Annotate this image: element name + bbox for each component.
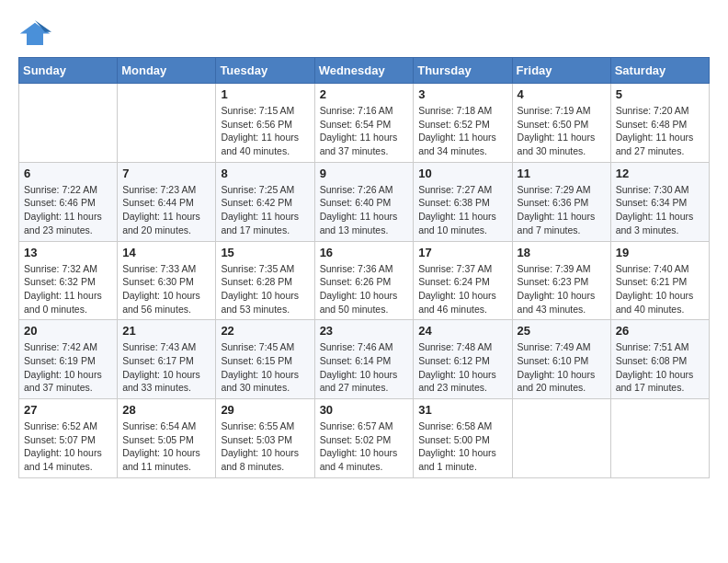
day-info: Sunrise: 7:26 AM Sunset: 6:40 PM Dayligh… [320,183,409,237]
day-info: Sunrise: 7:43 AM Sunset: 6:17 PM Dayligh… [122,340,210,395]
weekday-header-sunday: Sunday [19,58,118,84]
day-info: Sunrise: 7:19 AM Sunset: 6:50 PM Dayligh… [518,104,606,158]
calendar-cell: 22Sunrise: 7:45 AM Sunset: 6:15 PM Dayli… [216,320,314,399]
day-info: Sunrise: 7:23 AM Sunset: 6:44 PM Dayligh… [122,183,210,237]
calendar-cell: 7Sunrise: 7:23 AM Sunset: 6:44 PM Daylig… [118,162,216,241]
day-number: 8 [221,167,309,180]
day-info: Sunrise: 6:54 AM Sunset: 5:05 PM Dayligh… [122,419,210,474]
day-info: Sunrise: 7:49 AM Sunset: 6:10 PM Dayligh… [518,340,606,395]
day-number: 14 [122,246,210,259]
calendar-cell [610,399,709,478]
day-number: 6 [24,167,112,180]
day-number: 22 [221,324,309,338]
calendar-cell: 27Sunrise: 6:52 AM Sunset: 5:07 PM Dayli… [19,399,118,478]
calendar-cell: 14Sunrise: 7:33 AM Sunset: 6:30 PM Dayli… [118,241,216,320]
day-info: Sunrise: 7:15 AM Sunset: 6:56 PM Dayligh… [221,104,309,158]
day-info: Sunrise: 7:45 AM Sunset: 6:15 PM Dayligh… [221,340,309,395]
logo [18,18,57,48]
calendar-cell: 4Sunrise: 7:19 AM Sunset: 6:50 PM Daylig… [512,84,610,163]
day-number: 20 [24,324,112,338]
day-number: 31 [418,403,506,417]
calendar-cell: 5Sunrise: 7:20 AM Sunset: 6:48 PM Daylig… [610,84,709,163]
day-number: 30 [320,403,409,417]
day-info: Sunrise: 6:58 AM Sunset: 5:00 PM Dayligh… [418,419,506,474]
weekday-header-saturday: Saturday [610,58,709,84]
day-info: Sunrise: 6:57 AM Sunset: 5:02 PM Dayligh… [320,419,409,474]
calendar-header: SundayMondayTuesdayWednesdayThursdayFrid… [19,58,710,84]
day-info: Sunrise: 7:22 AM Sunset: 6:46 PM Dayligh… [24,183,112,237]
weekday-header-friday: Friday [512,58,610,84]
day-number: 16 [320,246,409,259]
calendar-cell: 31Sunrise: 6:58 AM Sunset: 5:00 PM Dayli… [414,399,512,478]
calendar-week-5: 27Sunrise: 6:52 AM Sunset: 5:07 PM Dayli… [19,399,710,478]
day-info: Sunrise: 7:29 AM Sunset: 6:36 PM Dayligh… [518,183,606,237]
calendar-cell: 18Sunrise: 7:39 AM Sunset: 6:23 PM Dayli… [512,241,610,320]
day-number: 24 [418,324,506,338]
day-info: Sunrise: 7:18 AM Sunset: 6:52 PM Dayligh… [418,104,506,158]
calendar-cell: 19Sunrise: 7:40 AM Sunset: 6:21 PM Dayli… [610,241,709,320]
day-number: 19 [616,246,704,259]
calendar-cell: 20Sunrise: 7:42 AM Sunset: 6:19 PM Dayli… [19,320,118,399]
day-info: Sunrise: 7:20 AM Sunset: 6:48 PM Dayligh… [616,104,704,158]
day-number: 2 [320,87,409,101]
day-info: Sunrise: 7:39 AM Sunset: 6:23 PM Dayligh… [518,262,606,316]
day-number: 11 [518,167,606,180]
calendar-week-3: 13Sunrise: 7:32 AM Sunset: 6:32 PM Dayli… [19,241,710,320]
day-number: 27 [24,403,112,417]
calendar-cell: 25Sunrise: 7:49 AM Sunset: 6:10 PM Dayli… [512,320,610,399]
day-info: Sunrise: 7:46 AM Sunset: 6:14 PM Dayligh… [320,340,409,395]
calendar-cell: 29Sunrise: 6:55 AM Sunset: 5:03 PM Dayli… [216,399,314,478]
day-number: 5 [616,87,704,101]
calendar-cell: 2Sunrise: 7:16 AM Sunset: 6:54 PM Daylig… [314,84,414,163]
day-number: 17 [418,246,506,259]
day-info: Sunrise: 7:51 AM Sunset: 6:08 PM Dayligh… [616,340,704,395]
day-info: Sunrise: 7:40 AM Sunset: 6:21 PM Dayligh… [616,262,704,316]
calendar-cell: 13Sunrise: 7:32 AM Sunset: 6:32 PM Dayli… [19,241,118,320]
day-info: Sunrise: 7:30 AM Sunset: 6:34 PM Dayligh… [616,183,704,237]
day-info: Sunrise: 6:55 AM Sunset: 5:03 PM Dayligh… [221,419,309,474]
calendar-week-2: 6Sunrise: 7:22 AM Sunset: 6:46 PM Daylig… [19,162,710,241]
day-info: Sunrise: 7:48 AM Sunset: 6:12 PM Dayligh… [418,340,506,395]
calendar-cell: 1Sunrise: 7:15 AM Sunset: 6:56 PM Daylig… [216,84,314,163]
day-number: 21 [122,324,210,338]
calendar-cell: 30Sunrise: 6:57 AM Sunset: 5:02 PM Dayli… [314,399,414,478]
calendar-week-1: 1Sunrise: 7:15 AM Sunset: 6:56 PM Daylig… [19,84,710,163]
page-header [18,18,710,48]
day-number: 3 [418,87,506,101]
day-number: 26 [616,324,704,338]
calendar-cell: 12Sunrise: 7:30 AM Sunset: 6:34 PM Dayli… [610,162,709,241]
calendar-cell: 10Sunrise: 7:27 AM Sunset: 6:38 PM Dayli… [414,162,512,241]
day-info: Sunrise: 7:35 AM Sunset: 6:28 PM Dayligh… [221,262,309,316]
calendar-cell: 17Sunrise: 7:37 AM Sunset: 6:24 PM Dayli… [414,241,512,320]
day-info: Sunrise: 7:33 AM Sunset: 6:30 PM Dayligh… [122,262,210,316]
weekday-header-tuesday: Tuesday [216,58,314,84]
calendar-cell: 24Sunrise: 7:48 AM Sunset: 6:12 PM Dayli… [414,320,512,399]
calendar-cell: 8Sunrise: 7:25 AM Sunset: 6:42 PM Daylig… [216,162,314,241]
calendar-cell: 6Sunrise: 7:22 AM Sunset: 6:46 PM Daylig… [19,162,118,241]
day-info: Sunrise: 7:27 AM Sunset: 6:38 PM Dayligh… [418,183,506,237]
day-number: 23 [320,324,409,338]
day-info: Sunrise: 7:42 AM Sunset: 6:19 PM Dayligh… [24,340,112,395]
calendar-cell: 15Sunrise: 7:35 AM Sunset: 6:28 PM Dayli… [216,241,314,320]
day-number: 15 [221,246,309,259]
calendar-cell: 3Sunrise: 7:18 AM Sunset: 6:52 PM Daylig… [414,84,512,163]
logo-icon [18,18,51,48]
calendar-cell: 9Sunrise: 7:26 AM Sunset: 6:40 PM Daylig… [314,162,414,241]
day-info: Sunrise: 7:36 AM Sunset: 6:26 PM Dayligh… [320,262,409,316]
day-number: 7 [122,167,210,180]
day-number: 13 [24,246,112,259]
day-number: 28 [122,403,210,417]
day-number: 1 [221,87,309,101]
day-info: Sunrise: 6:52 AM Sunset: 5:07 PM Dayligh… [24,419,112,474]
day-number: 25 [518,324,606,338]
weekday-header-monday: Monday [118,58,216,84]
calendar-cell: 21Sunrise: 7:43 AM Sunset: 6:17 PM Dayli… [118,320,216,399]
day-info: Sunrise: 7:32 AM Sunset: 6:32 PM Dayligh… [24,262,112,316]
calendar-cell: 26Sunrise: 7:51 AM Sunset: 6:08 PM Dayli… [610,320,709,399]
day-number: 4 [518,87,606,101]
calendar-cell: 16Sunrise: 7:36 AM Sunset: 6:26 PM Dayli… [314,241,414,320]
day-number: 9 [320,167,409,180]
day-number: 29 [221,403,309,417]
day-info: Sunrise: 7:25 AM Sunset: 6:42 PM Dayligh… [221,183,309,237]
calendar-cell: 11Sunrise: 7:29 AM Sunset: 6:36 PM Dayli… [512,162,610,241]
